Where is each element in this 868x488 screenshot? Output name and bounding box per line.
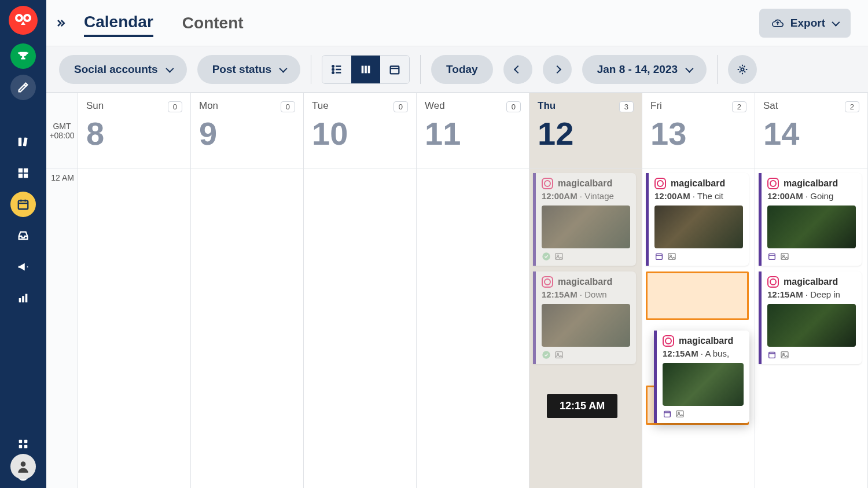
- day-body[interactable]: magicalbard 12:00AM · Vintage magicalbar…: [529, 168, 642, 488]
- image-icon: [780, 350, 789, 359]
- next-week-button[interactable]: [543, 55, 572, 84]
- calendar-small-icon: [767, 252, 777, 261]
- profile-avatar[interactable]: [10, 454, 36, 479]
- svg-rect-33: [368, 65, 370, 73]
- achievements-button[interactable]: [10, 43, 36, 69]
- day-col-fri[interactable]: Fri 13 2 magicalbard 12:00AM · The cit: [642, 93, 755, 488]
- view-week-button[interactable]: [351, 56, 380, 83]
- apps-button[interactable]: [10, 431, 36, 457]
- advertise-button[interactable]: [10, 254, 36, 280]
- view-month-button[interactable]: [380, 56, 409, 83]
- hootsuite-logo[interactable]: [9, 6, 38, 35]
- post-card[interactable]: magicalbard 12:15AM · Deep in: [759, 271, 862, 364]
- day-col-mon[interactable]: Mon 9 0: [191, 93, 304, 488]
- svg-rect-18: [19, 440, 23, 443]
- date-range-picker[interactable]: Jan 8 - 14, 2023: [582, 55, 707, 84]
- day-col-tue[interactable]: Tue 10 0: [304, 93, 417, 488]
- svg-rect-53: [781, 254, 788, 260]
- day-number: 12: [538, 118, 634, 150]
- svg-rect-38: [556, 254, 562, 260]
- day-col-wed[interactable]: Wed 11 0: [417, 93, 529, 488]
- post-caption: A bus,: [705, 348, 729, 358]
- post-card[interactable]: magicalbard 12:00AM · Going: [759, 173, 862, 266]
- tab-calendar[interactable]: Calendar: [84, 9, 153, 37]
- svg-point-24: [21, 461, 26, 467]
- day-header: Sun 8 0: [78, 93, 190, 168]
- collapse-sidebar-button[interactable]: [49, 12, 72, 35]
- social-accounts-filter[interactable]: Social accounts: [59, 55, 187, 84]
- streams-button[interactable]: [10, 129, 36, 155]
- post-card[interactable]: magicalbard 12:00AM · Vintage: [533, 173, 636, 266]
- svg-rect-45: [668, 254, 675, 260]
- svg-rect-55: [769, 352, 775, 358]
- post-card[interactable]: magicalbard 12:00AM · The cit: [646, 173, 749, 266]
- day-col-sat[interactable]: Sat 14 2 magicalbard 12:00AM · Going: [755, 93, 868, 488]
- svg-rect-5: [19, 138, 22, 146]
- svg-rect-20: [19, 445, 23, 449]
- time-label-12am: 12 AM: [46, 168, 78, 449]
- main-panel: Calendar Content Export Social accounts …: [46, 0, 868, 488]
- day-body[interactable]: [417, 168, 529, 488]
- export-button[interactable]: Export: [759, 9, 851, 38]
- today-button[interactable]: Today: [431, 55, 493, 84]
- image-icon: [554, 350, 564, 359]
- day-col-thu[interactable]: Thu 12 3 magicalbard 12:00AM · Vintage: [529, 93, 642, 488]
- post-account: magicalbard: [784, 178, 838, 189]
- instagram-icon: [542, 178, 553, 189]
- day-columns: Sun 8 0 Mon 9 0 Tue 10 0: [78, 93, 868, 488]
- svg-rect-21: [24, 445, 28, 449]
- columns-icon: [359, 63, 372, 76]
- toolbar-divider: [717, 55, 718, 84]
- trophy-icon: [17, 50, 30, 63]
- day-number: 13: [650, 118, 746, 150]
- dashboard-button[interactable]: [10, 160, 36, 186]
- post-card[interactable]: magicalbard 12:15AM · Down: [533, 271, 636, 364]
- day-col-sun[interactable]: Sun 8 0: [78, 93, 191, 488]
- streams-icon: [17, 135, 30, 148]
- chevron-down-icon: [685, 64, 693, 72]
- day-body[interactable]: [78, 168, 190, 488]
- calendar-small-icon: [654, 252, 664, 261]
- svg-rect-41: [556, 352, 562, 358]
- chevron-down-icon: [279, 64, 287, 72]
- svg-rect-17: [25, 294, 28, 303]
- dragging-post-card[interactable]: magicalbard 12:15AM · A bus,: [654, 331, 749, 423]
- tab-content[interactable]: Content: [182, 10, 244, 36]
- week-calendar: GMT +08:00 12 AM Sun 8 0 Mon 9 0: [46, 93, 868, 488]
- compose-button[interactable]: [10, 75, 36, 100]
- day-header: Wed 11 0: [417, 93, 529, 168]
- calendar-icon: [17, 198, 30, 211]
- day-body[interactable]: magicalbard 12:00AM · The cit magicalbar…: [642, 168, 755, 488]
- inbox-button[interactable]: [10, 223, 36, 248]
- prev-week-button[interactable]: [503, 55, 532, 84]
- day-number: 8: [86, 118, 182, 150]
- svg-point-29: [332, 72, 334, 74]
- day-header: Fri 13 2: [642, 93, 755, 168]
- planner-button[interactable]: [10, 192, 36, 217]
- tz-name: GMT: [53, 122, 71, 131]
- post-caption: The cit: [697, 191, 723, 201]
- post-status-filter[interactable]: Post status: [197, 55, 300, 84]
- post-count-badge: 0: [506, 101, 521, 112]
- chevron-right-icon: [553, 65, 561, 73]
- day-body[interactable]: [191, 168, 303, 488]
- social-accounts-label: Social accounts: [74, 63, 158, 76]
- post-account: magicalbard: [671, 178, 725, 189]
- toolbar-divider: [311, 55, 311, 84]
- view-list-button[interactable]: [322, 56, 351, 83]
- svg-point-36: [741, 68, 744, 71]
- drop-target[interactable]: [646, 271, 749, 320]
- day-header: Thu 12 3: [529, 93, 642, 168]
- post-count-badge: 2: [732, 101, 746, 112]
- analytics-button[interactable]: [10, 285, 36, 311]
- instagram-icon: [663, 335, 674, 347]
- day-body[interactable]: magicalbard 12:00AM · Going magicalbard …: [755, 168, 867, 488]
- day-body[interactable]: [304, 168, 416, 488]
- post-count-badge: 0: [393, 101, 408, 112]
- list-icon: [330, 63, 343, 76]
- settings-button[interactable]: [728, 55, 757, 84]
- post-account: magicalbard: [558, 178, 612, 189]
- post-account: magicalbard: [784, 277, 838, 287]
- chevron-down-icon: [832, 18, 840, 26]
- image-icon: [667, 252, 676, 261]
